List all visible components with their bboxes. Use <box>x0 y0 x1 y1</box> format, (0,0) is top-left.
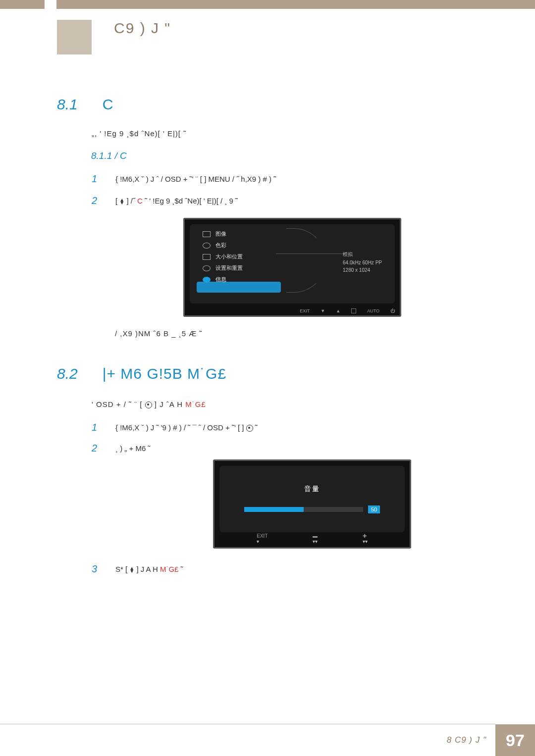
osd-bottom-bar: EXIT ▼ ▲ AUTO ⏻ <box>300 308 395 313</box>
section-82-intro: ' OSD + / ˜ ¨ [ ] J ˆA H M˙G£ <box>92 400 206 408</box>
page-footer: 8 C9 ) J " 97 <box>0 724 535 756</box>
chapter-number-box <box>57 20 92 54</box>
step-number: 2 <box>92 443 101 454</box>
up-down-icon: ▲▼ <box>129 567 134 573</box>
volume-osd-screenshot: 音量 50 EXIT▾ ▬▾▾ ✚▾▾ <box>213 459 411 549</box>
step-82-3-row: 3 S* [ ▲▼ ] J A H M˙G£ ˜ <box>92 563 183 575</box>
after-osd-note: / ,X9 )NM ˆ6 B _ ¸5 Æ ˜ <box>115 329 202 338</box>
section-8-1-heading: 8.1 C <box>57 96 113 113</box>
step-82-1-row: 1 { !M6,X ˇ ) J ˜ '9 ) # ) / ˜ ¯ ˆ / OSD… <box>92 422 258 433</box>
circle-dot-icon <box>246 425 253 432</box>
osd-info-panel: 模拟 64.0kHz 60Hz PP 1280 x 1024 <box>343 251 382 275</box>
section-81-intro: „, ' !Eg 9 ¸$d ˆNe)[ ' E|)[ ˜ <box>92 129 186 138</box>
osd-item-reset: 设置和重置 <box>203 264 243 272</box>
step-82-3-text: S* [ ▲▼ ] J A H M˙G£ ˜ <box>115 565 183 573</box>
volume-bar: 50 <box>244 505 380 513</box>
step-2-row: 2 [ ▲▼ ] /˝ C ˜ ' !Eg 9 ¸$d ˆNe)[ ' E|)[… <box>92 195 238 206</box>
osd-item-size: 大小和位置 <box>203 253 243 260</box>
top-accent-bar <box>0 0 535 9</box>
osd-menu-list: 图像 色彩 大小和位置 设置和重置 信息 <box>203 230 243 283</box>
step-82-2-row: 2 ¸ ) „ + M6 ˜ <box>92 443 150 454</box>
up-down-icon: ▲▼ <box>119 199 124 204</box>
step-2-text: [ ▲▼ ] /˝ C ˜ ' !Eg 9 ¸$d ˆNe)[ ' E|)[ /… <box>115 197 238 205</box>
section-title: C <box>103 96 114 113</box>
step-number: 1 <box>92 173 101 185</box>
section-number: 8.1 <box>57 96 78 113</box>
subsection-8-1-1: 8.1.1 / C <box>91 151 127 161</box>
step-number: 2 <box>92 195 101 206</box>
osd-item-image: 图像 <box>203 230 243 238</box>
step-number: 1 <box>92 422 101 433</box>
step-82-1-text: { !M6,X ˇ ) J ˜ '9 ) # ) / ˜ ¯ ˆ / OSD +… <box>115 423 258 432</box>
volume-bottom-bar: EXIT▾ ▬▾▾ ✚▾▾ <box>214 533 410 544</box>
page-number: 97 <box>495 724 535 756</box>
osd-item-color: 色彩 <box>203 242 243 249</box>
step-1-row: 1 { !M6,X ˇ ) J ˆ / OSD + ˜' ¨ [ ] MENU … <box>92 173 276 185</box>
footer-chapter-ref: 8 C9 ) J " <box>447 724 495 756</box>
section-8-2-heading: 8.2 |+ M6 G!5B M˙G£ <box>57 365 226 382</box>
circle-dot-icon <box>145 402 152 408</box>
chapter-title: C9 ) J " <box>114 20 171 37</box>
step-number: 3 <box>92 563 101 575</box>
volume-title: 音量 <box>304 485 320 494</box>
section-number: 8.2 <box>57 365 78 382</box>
section-title: |+ M6 G!5B M˙G£ <box>103 365 226 382</box>
volume-value: 50 <box>368 505 380 513</box>
osd-item-info: 信息 <box>203 276 243 283</box>
step-1-text: { !M6,X ˇ ) J ˆ / OSD + ˜' ¨ [ ] MENU / … <box>115 175 276 183</box>
step-82-2-text: ¸ ) „ + M6 ˜ <box>115 444 150 453</box>
osd-menu-screenshot: 图像 色彩 大小和位置 设置和重置 信息 模拟 64.0kHz 60Hz PP … <box>183 218 401 317</box>
